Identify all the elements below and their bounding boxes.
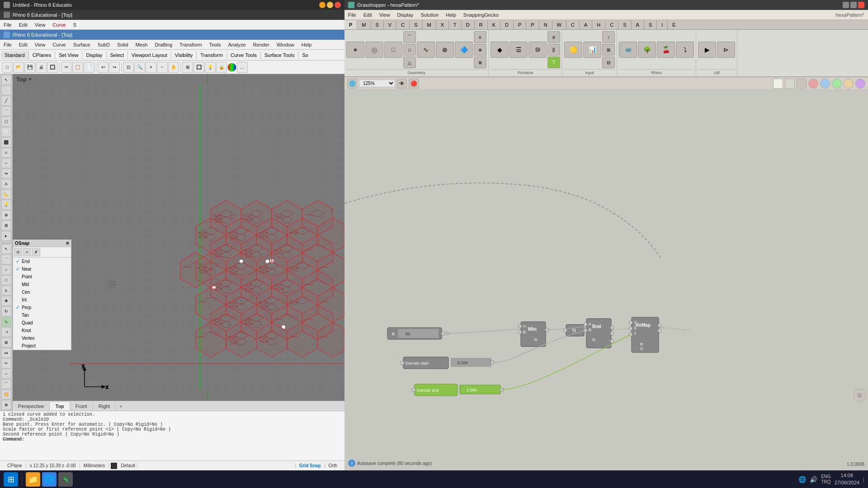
menu-view-1[interactable]: View bbox=[31, 21, 49, 28]
gh-icon-10[interactable]: ≡ bbox=[474, 31, 486, 43]
tb-lock[interactable]: 🔒 bbox=[216, 62, 227, 73]
viewport-label[interactable]: Top ▼ bbox=[16, 76, 33, 83]
gh-tab-m2[interactable]: M bbox=[423, 20, 436, 29]
status-cplane[interactable]: CPlane bbox=[4, 463, 26, 468]
gh-icon-3[interactable]: ⬡ bbox=[384, 42, 402, 58]
tb-snap[interactable]: 🔲 bbox=[193, 62, 204, 73]
osnap-knot-item[interactable]: ✓ Knot bbox=[13, 327, 71, 334]
gh-icon-12[interactable]: ⊗ bbox=[474, 56, 486, 68]
gh-tab-a2[interactable]: A bbox=[632, 20, 644, 29]
gh-tab-e[interactable]: E bbox=[668, 20, 680, 29]
gh-rhino-1[interactable]: 🦏 bbox=[619, 42, 637, 58]
osnap-mid-item[interactable]: ✓ Mid bbox=[13, 281, 71, 288]
tab-curve-tools[interactable]: Curve Tools bbox=[227, 51, 261, 59]
gh-win-min[interactable] bbox=[843, 2, 849, 8]
gh-tab-c2[interactable]: C bbox=[566, 20, 580, 29]
gh-win-max[interactable] bbox=[850, 2, 857, 8]
gh-tab-w[interactable]: W bbox=[552, 20, 566, 29]
tb-color[interactable] bbox=[227, 63, 236, 72]
gh-tab-s2[interactable]: S bbox=[410, 20, 422, 29]
taskbar-start[interactable]: ⊞ bbox=[4, 472, 18, 487]
gh-icon-8[interactable]: ⊛ bbox=[436, 42, 454, 58]
vp-tab-perspective[interactable]: Perspective bbox=[13, 402, 50, 410]
gh-tab-p3[interactable]: P bbox=[526, 20, 539, 29]
tb-open[interactable]: 📂 bbox=[13, 62, 24, 73]
taskbar-volume[interactable]: 🔊 bbox=[810, 476, 817, 483]
status-grid-snap[interactable]: Grid Snap bbox=[295, 463, 325, 468]
tab-standard[interactable]: Standard bbox=[1, 51, 29, 59]
taskbar-show-desktop[interactable]: | bbox=[863, 476, 864, 483]
gh-icon-2[interactable]: ◎ bbox=[365, 42, 383, 58]
tab-viewport-layout[interactable]: Viewport Layout bbox=[128, 51, 171, 59]
tb-zoom-out[interactable]: − bbox=[157, 62, 168, 73]
lt-scale-btn[interactable]: ⤡ bbox=[1, 317, 11, 327]
gh-input-3[interactable]: ↕ bbox=[602, 31, 615, 43]
gh-rhino-2[interactable]: 🌳 bbox=[638, 42, 656, 58]
menu-subd-2[interactable]: SubD bbox=[94, 41, 114, 48]
gh-menu-edit[interactable]: Edit bbox=[360, 11, 376, 19]
gh-tab-v[interactable]: V bbox=[384, 20, 396, 29]
lt-explode[interactable]: 💥 bbox=[1, 389, 11, 399]
taskbar-explorer[interactable]: 📁 bbox=[26, 472, 40, 487]
tab-surface-tools[interactable]: Surface Tools bbox=[261, 51, 298, 59]
gh-tab-x[interactable]: X bbox=[436, 20, 449, 29]
gh-icon-5[interactable]: □ bbox=[403, 44, 416, 56]
osnap-close[interactable]: ✕ bbox=[66, 241, 69, 246]
main-viewport[interactable]: Top ▼ bbox=[13, 74, 344, 401]
lt-analyze[interactable]: 📐 bbox=[1, 189, 11, 199]
gh-tab-n[interactable]: N bbox=[539, 20, 552, 29]
gh-tab-c[interactable]: C bbox=[396, 20, 410, 29]
gh-menu-file[interactable]: File bbox=[344, 11, 360, 19]
gh-menu-solution[interactable]: Solution bbox=[417, 11, 442, 19]
tb-grid[interactable]: ⊞ bbox=[182, 62, 193, 73]
gh-menu-snapping[interactable]: SnappingGecko bbox=[460, 11, 502, 19]
osnap-project-item[interactable]: ✓ Project bbox=[13, 342, 71, 350]
lt-line[interactable]: ╱ bbox=[1, 96, 11, 106]
osnap-tool-2[interactable]: ✓ bbox=[23, 248, 31, 256]
tb-more[interactable]: … bbox=[237, 62, 248, 73]
lt-offset[interactable]: ↦ bbox=[1, 348, 11, 358]
lt-surface[interactable]: ⬜ bbox=[1, 127, 11, 137]
gh-prim-3[interactable]: ⑩ bbox=[528, 42, 547, 58]
menu-view-2[interactable]: View bbox=[31, 41, 49, 48]
gh-tab-s[interactable]: S bbox=[371, 20, 384, 29]
gh-tab-i[interactable]: I bbox=[657, 20, 668, 29]
gh-canvas[interactable]: B 50 A B Min R N bbox=[344, 90, 868, 470]
gh-tab-d2[interactable]: D bbox=[500, 20, 514, 29]
gh-input-2[interactable]: 📊 bbox=[583, 42, 601, 58]
tb-pan[interactable]: ✋ bbox=[168, 62, 179, 73]
gh-color-5[interactable] bbox=[820, 79, 830, 89]
menu-drafting-2[interactable]: Drafting bbox=[151, 41, 176, 48]
lt-osnap[interactable]: ⊕ bbox=[1, 210, 11, 220]
tb-redo[interactable]: ↪ bbox=[109, 62, 120, 73]
tb-new[interactable]: □ bbox=[2, 62, 13, 73]
menu-mesh-2[interactable]: Mesh bbox=[132, 41, 151, 48]
lt-poly[interactable]: ⬡ bbox=[1, 117, 11, 127]
tb-light[interactable]: 💡 bbox=[205, 62, 216, 73]
lt-select[interactable]: ↖ bbox=[1, 75, 11, 85]
gh-menu-help[interactable]: Help bbox=[442, 11, 460, 19]
gh-icon-1[interactable]: ● bbox=[346, 42, 364, 58]
lt-point[interactable]: · bbox=[1, 85, 11, 95]
tb-save[interactable]: 💾 bbox=[24, 62, 35, 73]
lt-dim[interactable]: ⇔ bbox=[1, 169, 11, 178]
gh-tab-s4[interactable]: S bbox=[644, 20, 657, 29]
lt-render[interactable]: 💡 bbox=[1, 200, 11, 210]
tab-setview[interactable]: Set View bbox=[55, 51, 82, 59]
gh-tab-h[interactable]: H bbox=[592, 20, 605, 29]
menu-tools-2[interactable]: Tools bbox=[206, 41, 225, 48]
taskbar-network[interactable]: 🌐 bbox=[798, 476, 806, 483]
tb-prop[interactable]: 🔲 bbox=[47, 62, 58, 73]
tb-zoom-in[interactable]: + bbox=[146, 62, 156, 73]
gh-color-8[interactable] bbox=[855, 79, 865, 89]
win-maximize[interactable] bbox=[327, 2, 333, 8]
gh-icon-9[interactable]: 🔷 bbox=[455, 42, 473, 58]
osnap-cen-item[interactable]: ✓ Cen bbox=[13, 288, 71, 296]
menu-window-2[interactable]: Window bbox=[273, 41, 298, 48]
lt-circle[interactable]: ○ bbox=[1, 265, 11, 275]
lt-move[interactable]: ✥ bbox=[1, 296, 11, 306]
lt-join[interactable]: ⊕ bbox=[1, 400, 11, 410]
gh-tab-m[interactable]: M bbox=[357, 20, 371, 29]
gh-input-4[interactable]: ⊞ bbox=[602, 44, 615, 56]
lt-solid[interactable]: ⬛ bbox=[1, 137, 11, 147]
